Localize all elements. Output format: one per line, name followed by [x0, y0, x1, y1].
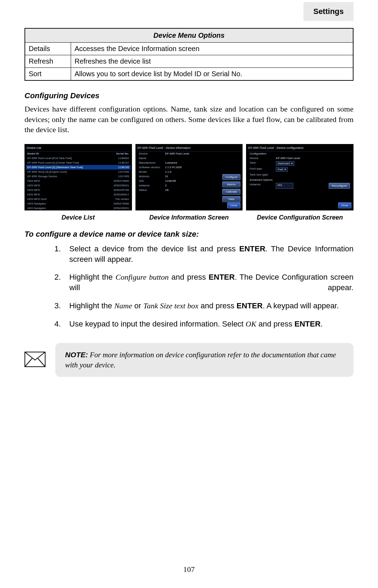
caption-device-list: Device List	[24, 214, 132, 221]
steps-title: To configure a device name or device tan…	[24, 230, 354, 239]
dropdown[interactable]: Fuel▾	[276, 167, 288, 172]
chevron-down-icon: ▾	[285, 168, 286, 171]
close-button[interactable]: Close	[227, 202, 240, 208]
list-item[interactable]: HDS Navigator3256245031	[26, 206, 131, 210]
table-caption: Device Menu Options	[25, 28, 353, 43]
row-desc: Allows you to sort device list by Model …	[71, 68, 354, 81]
instance-label: Instance:	[250, 183, 276, 189]
config-field: Fluid type:Fuel▾	[247, 166, 352, 172]
section-configuring-title: Configuring Devices	[24, 91, 354, 100]
reconfigure-button[interactable]: Reconfigure	[329, 183, 350, 189]
alarms-button[interactable]: Alarms	[222, 181, 241, 187]
close-button[interactable]: Close	[338, 202, 351, 208]
caption-device-info: Device Information Screen	[135, 214, 243, 221]
device-list-title: Device List	[26, 145, 131, 151]
table-row: Details Accesses the Device Information …	[25, 43, 353, 55]
info-field: Manufacturer:Lowrance	[137, 160, 241, 165]
list-item[interactable]: HDS MFD3256273080	[26, 179, 131, 183]
list-item[interactable]: HDS MFD3256245017	[26, 192, 131, 197]
col-serial-no: Serial No.	[116, 152, 129, 155]
screenshot-device-config: EP-65R Fluid Level - Device configuratio…	[246, 144, 354, 210]
calibrate-button[interactable]: Calibrate	[222, 189, 241, 195]
device-config-title: EP-65R Fluid Level - Device configuratio…	[247, 145, 352, 151]
list-item[interactable]: HDS MFD3256245631	[26, 183, 131, 188]
note-text: For more information on device configura…	[65, 351, 336, 369]
info-field: Device:EP-65R Fluid Level	[137, 151, 241, 156]
list-item[interactable]: EP-80R Temp [3] [Engine room]1317536	[26, 170, 131, 174]
config-section: Configuration	[247, 151, 352, 156]
info-field: Name:	[137, 156, 241, 160]
step-item: Use keypad to input the desired informat…	[63, 319, 354, 329]
device-info-title: EP-65R Fluid Level - Device Information	[137, 145, 241, 151]
list-item[interactable]: EP-65R Fluid Level [2] [Starboard Tank F…	[26, 165, 131, 170]
config-field: Device:EP-65R Fluid Level	[247, 156, 352, 160]
config-field: Tank:Starboard▾	[247, 160, 352, 166]
chevron-down-icon: ▾	[291, 162, 293, 165]
row-desc: Accesses the Device Information screen	[71, 43, 354, 55]
screenshot-row: Device List Model ID Serial No. EP-65R F…	[24, 144, 354, 221]
section-configuring-body: Devices have different configuration opt…	[24, 104, 354, 135]
row-name: Refresh	[25, 55, 71, 68]
table-row: Sort Allows you to sort device list by M…	[25, 68, 353, 81]
instance-input[interactable]: 001	[276, 183, 293, 189]
advanced-options: Advanced Options	[247, 177, 352, 182]
info-field: Model:1.1.0	[137, 170, 241, 174]
device-menu-options-table: Device Menu Options Details Accesses the…	[24, 28, 354, 81]
steps-list: Select a device from the device list and…	[24, 244, 354, 329]
col-model-id: Model ID	[27, 152, 39, 155]
page-number: 107	[0, 565, 378, 574]
step-item: Select a device from the device list and…	[63, 244, 354, 264]
page-header-tab: Settings	[303, 2, 354, 21]
screenshot-device-list: Device List Model ID Serial No. EP-65R F…	[24, 144, 132, 210]
note-box: NOTE: For more information on device con…	[55, 343, 354, 377]
step-item: Highlight the Configure button and press…	[63, 272, 354, 293]
table-row: Refresh Refreshes the device list	[25, 55, 353, 68]
step-item: Highlight the Name or Tank Size text box…	[63, 301, 354, 311]
info-field: Software version:1.1.0 PL1020	[137, 165, 241, 170]
note-label: NOTE:	[65, 351, 88, 359]
list-item[interactable]: HDS MFD3256245780	[26, 188, 131, 192]
row-name: Details	[25, 43, 71, 55]
config-field: Tank size (gal):	[247, 172, 352, 177]
screenshot-device-info: EP-65R Fluid Level - Device Information …	[135, 144, 243, 210]
configure-button[interactable]: Configure	[222, 174, 241, 180]
list-item[interactable]: EP-85R Storage Device1317455	[26, 174, 131, 179]
dropdown[interactable]: Starboard▾	[276, 161, 294, 166]
caption-device-config: Device Configuration Screen	[246, 214, 354, 221]
list-item[interactable]: EP-65R Fluid Level [Port Tank Fuel]11360…	[26, 156, 131, 160]
envelope-icon	[24, 352, 46, 368]
list-item[interactable]: EP-65R Fluid Level [1] [Center Tank Fuel…	[26, 160, 131, 165]
list-item[interactable]: HDS Navigator3256273080	[26, 201, 131, 206]
data-button[interactable]: Data	[222, 196, 241, 202]
row-name: Sort	[25, 68, 71, 81]
note-row: NOTE: For more information on device con…	[24, 343, 354, 377]
list-item[interactable]: HDS MFD DomThe unnilor	[26, 197, 131, 201]
page-header-title: Settings	[313, 7, 344, 16]
row-desc: Refreshes the device list	[71, 55, 354, 68]
